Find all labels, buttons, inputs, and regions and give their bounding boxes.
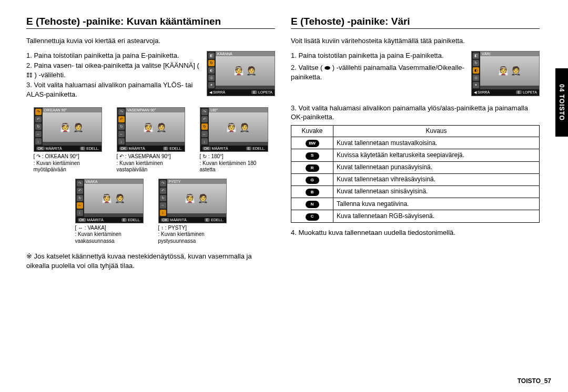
color-badge-icon: G [306, 177, 319, 184]
lcd-color: ◧↻◐◎✦ VÄRI ◀ SIIRRÄE LOPETA [471, 51, 540, 96]
step-3: 3. Voit valita haluamasi alivalikon pain… [26, 80, 200, 99]
divider [26, 28, 275, 29]
th-desc: Kuvaus [333, 125, 540, 137]
color-badge-icon: R [306, 164, 319, 172]
lcd-icon: ◐ [208, 67, 215, 74]
r-step-2: 2. Valitse ( ⬬ ) -välilehti painamalla V… [291, 63, 465, 81]
section-tab: 04 TOISTO [555, 68, 568, 137]
thumb-left90: ↷↶↻↔↕ VASEMPAAN 90° OK MÄÄRITÄE EDELL. [… [117, 107, 185, 173]
r-step-1: 1. Paina toistotilan painiketta ja paina… [291, 51, 465, 60]
r-step-4: 4. Muokattu kuva tallennetaan uudella ti… [291, 228, 540, 238]
color-desc: Kuvat tallennetaan vihreäsävyisinä. [333, 173, 540, 185]
left-note: ※ Jos katselet käännettyä kuvaa nestekid… [26, 252, 275, 270]
left-steps: 1. Paina toistotilan painiketta ja paina… [26, 51, 200, 100]
thumb-right90: ↷↶↻↔↕ OIKEAAN 90° OK MÄÄRITÄE EDELL. [ ↷… [34, 107, 102, 173]
table-row: SKuvissa käytetään keltaruskeita seepiav… [291, 149, 540, 161]
color-badge-icon: S [306, 152, 319, 160]
thumb-vertical: ↷↶↻↔↕ PYSTY OK MÄÄRITÄE EDELL. [ ↕ : PYS… [158, 179, 227, 245]
lcd-bottom: ◀ SIIRRÄ E E LOPETALOPETA [207, 89, 275, 96]
step-1: 1. Paina toistotilan painiketta ja paina… [26, 51, 200, 60]
right-intro: Voit lisätä kuviin väritehosteita käyttä… [291, 36, 540, 46]
color-desc: Kuva tallennetaan RGB-sävyisenä. [333, 210, 540, 222]
left-column: E (Tehoste) -painike: Kuvan kääntäminen … [26, 16, 275, 381]
r-step-3: 3. Voit valita haluamasi alivalikon pain… [291, 104, 540, 122]
color-desc: Kuvat tallennetaan sinisävyisinä. [333, 186, 540, 198]
lcd-image [216, 56, 275, 86]
lcd-bottom-left: ◀ SIIRRÄ [209, 90, 225, 95]
color-desc: Kuvissa käytetään keltaruskeita seepiavä… [333, 149, 540, 161]
right-title: E (Tehoste) -painike: Väri [291, 16, 540, 27]
page-footer: TOISTO_57 [518, 377, 551, 385]
table-row: NTallenna kuva negatiivina. [291, 198, 540, 210]
th-icon: Kuvake [291, 125, 333, 137]
table-row: GKuvat tallennetaan vihreäsävyisinä. [291, 173, 540, 185]
table-row: RKuvat tallennetaan punasävyisinä. [291, 161, 540, 173]
color-table: Kuvake Kuvaus BWKuvat tallennetaan musta… [291, 125, 540, 223]
color-badge-icon: BW [306, 140, 319, 147]
thumb-horizontal: ↷↶↻↔↕ VAAKA OK MÄÄRITÄE EDELL. [ ↔ : VAA… [75, 179, 144, 245]
divider [291, 28, 540, 29]
table-row: CKuva tallennetaan RGB-sävyisenä. [291, 210, 540, 222]
thumb-180: ↷↶↻↔↕ 180° OK MÄÄRITÄE EDELL. [ ↻ : 180°… [200, 107, 268, 173]
lcd-rotate: ◧ ↻ ◐ ◎ ✦ KÄÄNNÄ ◀ SIIRRÄ E E LOPETALOPE… [207, 51, 275, 96]
color-badge-icon: B [306, 189, 319, 196]
left-intro: Tallennettuja kuvia voi kiertää eri aste… [26, 36, 275, 46]
lcd-icon: ◎ [208, 75, 215, 81]
caption: [ ↷ : OIKEAAN 90°]: Kuvan kiertäminen my… [34, 153, 102, 173]
color-badge-icon: C [306, 213, 319, 221]
thumb-grid: ↷↶↻↔↕ OIKEAAN 90° OK MÄÄRITÄE EDELL. [ ↷… [26, 107, 275, 244]
left-title: E (Tehoste) -painike: Kuvan kääntäminen [26, 16, 275, 27]
right-column: E (Tehoste) -painike: Väri Voit lisätä k… [291, 16, 552, 381]
lcd-icon: ◧ [208, 53, 215, 59]
table-row: BWKuvat tallennetaan mustavalkoisina. [291, 137, 540, 149]
lcd-side-icons: ◧ ↻ ◐ ◎ ✦ [207, 51, 216, 89]
lcd-icon: ✦ [208, 82, 215, 88]
lcd-bottom-right: E E LOPETALOPETA [251, 90, 272, 95]
color-desc: Tallenna kuva negatiivina. [333, 198, 540, 210]
lcd-icon-active: ↻ [208, 60, 215, 66]
step-2: 2. Paina vasen- tai oikea-painiketta ja … [26, 61, 200, 79]
color-desc: Kuvat tallennetaan punasävyisinä. [333, 161, 540, 173]
color-badge-icon: N [306, 201, 319, 208]
color-desc: Kuvat tallennetaan mustavalkoisina. [333, 137, 540, 149]
table-row: BKuvat tallennetaan sinisävyisinä. [291, 186, 540, 198]
lcd-label: KÄÄNNÄ [216, 51, 275, 56]
